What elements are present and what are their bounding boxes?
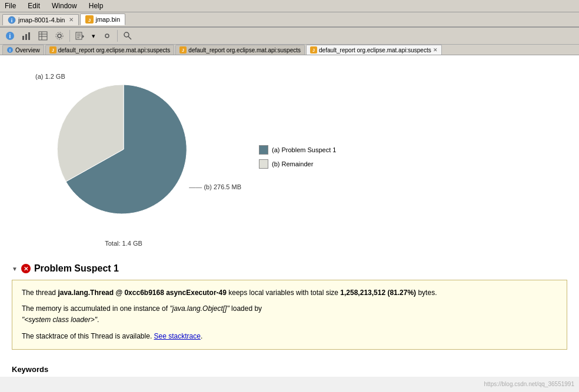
svg-text:J: J — [52, 48, 54, 52]
svg-rect-6 — [22, 36, 24, 40]
desc-line1: The thread java.lang.Thread @ 0xcc6b9168… — [22, 287, 557, 299]
legend-label-a: (a) Problem Suspect 1 — [272, 146, 336, 153]
desc-line2-mid: loaded by — [229, 304, 262, 313]
legend-item-b: (b) Remainder — [259, 159, 336, 169]
overview-icon: i — [6, 46, 14, 53]
page-tab-report3-close[interactable]: ✕ — [433, 47, 438, 53]
pie-chart: (a) 1.2 GB —— (b) 276.5 MB — [24, 67, 224, 237]
menu-help[interactable]: Help — [86, 1, 106, 11]
page-tab-report2-label: default_report org.eclipse.mat.api:suspe… — [188, 47, 301, 53]
desc-line2-pre: The memory is accumulated in one instanc… — [22, 304, 169, 313]
desc-line1-pre: The thread — [22, 289, 58, 297]
desc-line2-end: . — [97, 316, 99, 324]
suspect-title: Problem Suspect 1 — [34, 263, 119, 274]
desc-line2-class: "java.lang.Object[]" — [169, 304, 229, 313]
tab-jmap-label: jmap.bin — [96, 16, 121, 23]
svg-marker-19 — [82, 35, 84, 38]
page-tab-overview[interactable]: i Overview — [2, 45, 44, 55]
menubar: File Edit Window Help — [0, 0, 579, 12]
toolbar-sep1 — [69, 30, 70, 42]
svg-point-20 — [105, 34, 109, 38]
page-tab-report3-label: default_report org.eclipse.mat.api:suspe… — [319, 47, 431, 53]
menu-file[interactable]: File — [2, 1, 18, 11]
svg-text:J: J — [182, 48, 184, 52]
description-box: The thread java.lang.Thread @ 0xcc6b9168… — [12, 280, 567, 350]
toolbar-dropdown-btn[interactable]: ▾ — [89, 31, 98, 42]
desc-line3-pre: The stacktrace of this Thread is availab… — [22, 332, 154, 340]
desc-line1-size: 1,258,213,512 (81.27%) — [340, 289, 416, 297]
svg-point-13 — [58, 34, 61, 38]
page-tabs-bar: i Overview J default_report org.eclipse.… — [0, 45, 579, 55]
toolbar-search-btn[interactable] — [120, 29, 135, 42]
desc-line1-end: bytes. — [416, 289, 437, 297]
desc-line1-bold: java.lang.Thread @ 0xcc6b9168 asyncExecu… — [58, 289, 227, 297]
svg-line-22 — [128, 36, 131, 39]
info-toolbar-icon: i — [5, 31, 15, 41]
report1-icon: J — [49, 46, 56, 53]
page-tab-report3[interactable]: J default_report org.eclipse.mat.api:sus… — [306, 45, 442, 55]
watermark: https://blog.csdn.net/qq_36551991 — [484, 381, 574, 387]
nav-icon — [75, 31, 85, 41]
desc-line3-end: . — [201, 332, 202, 340]
desc-line2: The memory is accumulated in one instanc… — [22, 303, 557, 326]
table-icon — [38, 31, 48, 41]
toolbar-nav-btn[interactable] — [72, 29, 88, 42]
legend-box-b — [259, 159, 268, 169]
svg-rect-9 — [39, 32, 47, 40]
error-icon: ✕ — [21, 264, 31, 273]
desc-line3: The stacktrace of this Thread is availab… — [22, 331, 557, 342]
menu-edit[interactable]: Edit — [25, 1, 42, 11]
svg-text:J: J — [312, 48, 315, 52]
svg-text:i: i — [9, 33, 11, 39]
pie-label-b: —— (b) 276.5 MB — [189, 183, 241, 190]
toolbar: i ▾ — [0, 28, 579, 45]
tab-jmap[interactable]: J jmap.bin — [80, 14, 126, 25]
toolbar-chart-btn[interactable] — [19, 29, 34, 42]
svg-text:i: i — [9, 48, 11, 52]
info-icon: i — [8, 16, 16, 24]
pie-label-a: (a) 1.2 GB — [35, 73, 65, 80]
toolbar-sep2 — [117, 30, 118, 42]
search-icon — [123, 31, 132, 41]
chart-legend: (a) Problem Suspect 1 (b) Remainder — [259, 145, 336, 169]
legend-box-a — [259, 145, 268, 155]
settings2-icon — [102, 31, 112, 41]
suspect-section: ▼ ✕ Problem Suspect 1 The thread java.la… — [0, 259, 579, 360]
pie-total: Total: 1.4 GB — [105, 240, 142, 247]
toolbar-info-btn[interactable]: i — [2, 29, 18, 42]
suspect-header: ▼ ✕ Problem Suspect 1 — [12, 263, 567, 274]
main-content: (a) 1.2 GB —— (b) 276.5 MB Total: 1.4 GB — [0, 55, 579, 377]
svg-point-14 — [56, 32, 63, 39]
legend-item-a: (a) Problem Suspect 1 — [259, 145, 336, 155]
keywords-title: Keywords — [12, 365, 567, 374]
tab-jmap-4[interactable]: i jmap-8001-4.bin ✕ — [2, 14, 79, 25]
report3-icon: J — [310, 46, 317, 53]
svg-text:i: i — [11, 18, 13, 24]
page-tab-overview-label: Overview — [15, 47, 40, 53]
svg-point-21 — [124, 32, 129, 37]
svg-text:J: J — [88, 18, 90, 23]
top-tabs-bar: i jmap-8001-4.bin ✕ J jmap.bin — [0, 12, 579, 28]
keywords-section: Keywords — [0, 360, 579, 377]
pie-svg — [35, 73, 212, 226]
tab-jmap4-label: jmap-8001-4.bin — [18, 16, 65, 24]
chart-icon — [22, 31, 31, 41]
menu-window[interactable]: Window — [49, 1, 79, 11]
gear-icon — [55, 31, 64, 41]
desc-line2-loader: "<system class loader>" — [22, 316, 97, 324]
page-tab-report1[interactable]: J default_report org.eclipse.mat.api:sus… — [45, 45, 175, 55]
tab-jmap4-close[interactable]: ✕ — [69, 16, 74, 23]
jmap-icon: J — [85, 15, 94, 24]
toolbar-settings2-btn[interactable] — [99, 29, 115, 42]
collapse-arrow[interactable]: ▼ — [12, 266, 18, 272]
page-tab-report1-label: default_report org.eclipse.mat.api:suspe… — [58, 47, 171, 53]
report2-icon: J — [179, 46, 187, 53]
svg-rect-7 — [25, 34, 27, 40]
see-stacktrace-link[interactable]: See stacktrace — [154, 332, 201, 340]
chart-section: (a) 1.2 GB —— (b) 276.5 MB Total: 1.4 GB — [0, 55, 579, 259]
svg-rect-8 — [28, 32, 30, 40]
legend-label-b: (b) Remainder — [272, 160, 313, 167]
toolbar-table-btn[interactable] — [35, 29, 51, 42]
page-tab-report2[interactable]: J default_report org.eclipse.mat.api:sus… — [175, 45, 305, 55]
toolbar-settings-btn[interactable] — [52, 29, 67, 42]
